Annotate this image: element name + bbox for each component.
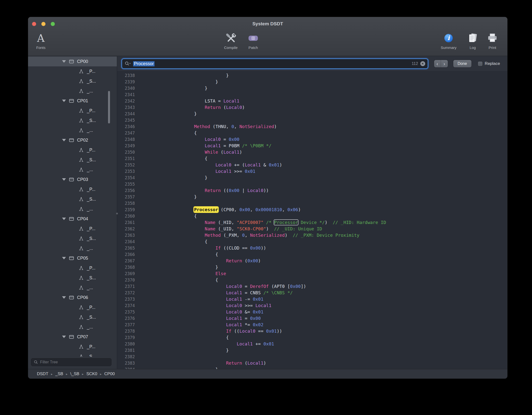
- tree-item-[interactable]: _...: [28, 125, 117, 135]
- tree-item-p[interactable]: _P...: [28, 66, 117, 76]
- tree-item-s[interactable]: _S...: [28, 234, 117, 243]
- line-number: 2355: [117, 181, 139, 187]
- tree-item-cp02[interactable]: CP02: [28, 135, 117, 145]
- code-text: Local1 = P0BM /* \P0BM */: [139, 143, 271, 149]
- split-divider[interactable]: [117, 56, 117, 369]
- print-button[interactable]: Print: [486, 32, 498, 50]
- sidebar-scrollbar[interactable]: [108, 91, 110, 123]
- tree-item-s[interactable]: _S...: [28, 194, 117, 204]
- tree-item-[interactable]: _...: [28, 165, 117, 175]
- code-line-2354: 2354 }: [117, 175, 507, 181]
- code-line-2352: 2352 Local0 += (Local1 & 0x01): [117, 162, 507, 168]
- disclosure-triangle-icon[interactable]: [62, 139, 66, 141]
- tree-item-p[interactable]: _P...: [28, 145, 117, 155]
- replace-checkbox[interactable]: [478, 61, 483, 66]
- tree-item-[interactable]: _...: [28, 322, 117, 332]
- breadcrumb-item[interactable]: SCK0: [86, 371, 97, 376]
- disclosure-triangle-icon[interactable]: [62, 218, 66, 220]
- tree-item-cp07[interactable]: CP07: [28, 332, 117, 342]
- tree-item-cp01[interactable]: CP01: [28, 96, 117, 106]
- search-input[interactable]: Processor 112 ✕: [122, 59, 428, 69]
- fonts-button[interactable]: A Fonts: [36, 32, 46, 50]
- code-line-2357: 2357 }: [117, 194, 507, 200]
- tree-item-label: CP01: [77, 98, 88, 104]
- line-number: 2347: [117, 130, 139, 136]
- code-text: Return (Local0): [139, 104, 245, 111]
- disclosure-triangle-icon[interactable]: [62, 336, 66, 338]
- disclosure-triangle-icon[interactable]: [62, 178, 66, 181]
- done-button[interactable]: Done: [453, 60, 471, 67]
- method-icon: [79, 236, 84, 241]
- code-line-2338: 2338 }: [117, 72, 507, 79]
- method-icon: [79, 187, 84, 192]
- line-number: 2369: [117, 270, 139, 277]
- tree-item-p[interactable]: _P...: [28, 263, 117, 273]
- method-icon: [79, 266, 84, 270]
- scope-icon: [69, 217, 74, 221]
- code-line-2362: 2362 Name (_UID, "SCK0-CP00") // _UID: U…: [117, 226, 507, 232]
- code-editor[interactable]: 2338 }2339 }2340 }23412342 LSTA = Local1…: [117, 72, 507, 369]
- tree-item-p[interactable]: _P...: [28, 342, 117, 352]
- find-previous-button[interactable]: ‹: [434, 60, 441, 67]
- code-line-2361: 2361 Name (_HID, "ACPI0007" /* Processor…: [117, 219, 507, 226]
- line-number: 2370: [117, 277, 139, 283]
- fonts-icon: A: [37, 33, 45, 44]
- method-icon: [79, 285, 84, 290]
- breadcrumb-item[interactable]: DSDT: [37, 371, 48, 376]
- sidebar-tree[interactable]: CP00_P..._S..._...CP01_P..._S..._...CP02…: [28, 56, 117, 357]
- code-text: }: [139, 194, 197, 200]
- tree-item-s[interactable]: _S...: [28, 76, 117, 86]
- breadcrumb-item[interactable]: CP00: [104, 371, 115, 376]
- tree-item-s[interactable]: _S...: [28, 352, 117, 357]
- search-menu-icon[interactable]: [125, 61, 131, 66]
- code-text: LSTA = Local1: [139, 98, 239, 104]
- code-line-2366: 2366 {: [117, 251, 507, 258]
- breadcrumb-item[interactable]: \_SB: [70, 371, 79, 376]
- tree-item-[interactable]: _...: [28, 283, 117, 293]
- tree-item-label: _P...: [87, 187, 95, 192]
- log-button[interactable]: Log: [467, 32, 479, 50]
- tree-item-cp00[interactable]: CP00: [28, 57, 117, 66]
- clear-search-icon[interactable]: ✕: [420, 61, 425, 66]
- disclosure-triangle-icon[interactable]: [62, 100, 66, 102]
- disclosure-triangle-icon[interactable]: [62, 60, 66, 63]
- code-text: {: [139, 334, 229, 341]
- tree-item-cp04[interactable]: CP04: [28, 214, 117, 224]
- tree-item-p[interactable]: _P...: [28, 224, 117, 234]
- line-number: 2358: [117, 200, 139, 207]
- tree-item-label: _P...: [87, 226, 95, 231]
- tree-item-s[interactable]: _S...: [28, 155, 117, 165]
- code-text: Return (Local1): [139, 360, 266, 366]
- code-text: Local0 &= 0x01: [139, 309, 264, 315]
- code-line-2356: 2356 Return ((0x00 | Local0)): [117, 187, 507, 194]
- code-line-2367: 2367 Return (0x00): [117, 258, 507, 264]
- tree-item-cp03[interactable]: CP03: [28, 175, 117, 184]
- method-icon: [79, 69, 84, 74]
- filter-tree-input[interactable]: Filter Tree: [31, 358, 111, 366]
- find-navigation: ‹ ›: [434, 60, 448, 67]
- compile-button[interactable]: Compile: [224, 32, 237, 50]
- titlebar[interactable]: System DSDT: [28, 17, 507, 31]
- tree-item-p[interactable]: _P...: [28, 302, 117, 312]
- tree-item-cp05[interactable]: CP05: [28, 253, 117, 263]
- tree-item-s[interactable]: _S...: [28, 116, 117, 125]
- code-lines: 2338 }2339 }2340 }23412342 LSTA = Local1…: [117, 72, 507, 369]
- tree-item-p[interactable]: _P...: [28, 184, 117, 194]
- tree-item-[interactable]: _...: [28, 204, 117, 214]
- tree-item-[interactable]: _...: [28, 243, 117, 253]
- patch-button[interactable]: Patch: [247, 32, 259, 50]
- breadcrumb-item[interactable]: _SB: [55, 371, 63, 376]
- tree-item-s[interactable]: _S...: [28, 312, 117, 322]
- code-text: {: [139, 155, 207, 162]
- tree-item-s[interactable]: _S...: [28, 273, 117, 283]
- tree-item-cp06[interactable]: CP06: [28, 293, 117, 302]
- replace-label: Replace: [485, 61, 500, 66]
- tree-item-[interactable]: _...: [28, 86, 117, 96]
- summary-button[interactable]: i Summary: [441, 32, 456, 50]
- code-line-2364: 2364 {: [117, 238, 507, 245]
- find-next-button[interactable]: ›: [441, 60, 448, 67]
- disclosure-triangle-icon[interactable]: [62, 257, 66, 259]
- disclosure-triangle-icon[interactable]: [62, 296, 66, 299]
- code-line-2340: 2340 }: [117, 85, 507, 91]
- tree-item-p[interactable]: _P...: [28, 106, 117, 116]
